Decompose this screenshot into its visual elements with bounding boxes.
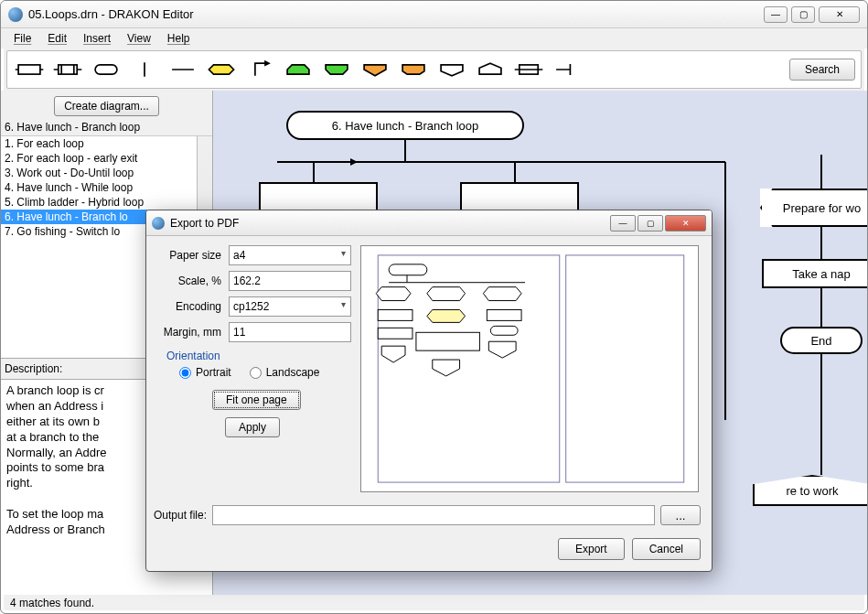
branch-shape [460, 182, 579, 211]
portrait-radio-label: Portrait [196, 366, 231, 379]
svg-rect-39 [378, 328, 413, 339]
cancel-button[interactable]: Cancel [632, 538, 701, 560]
svg-marker-37 [376, 287, 411, 301]
menubar: File Edit Insert View Help [1, 28, 867, 48]
margin-input[interactable] [229, 322, 351, 342]
vertical-icon[interactable] [128, 56, 161, 83]
scale-input[interactable] [229, 271, 351, 291]
fit-one-page-button[interactable]: Fit one page [212, 390, 301, 410]
dialog-maximize-button[interactable]: ▢ [638, 215, 663, 232]
browse-button[interactable]: ... [660, 505, 701, 525]
svg-rect-8 [95, 65, 117, 74]
margin-label: Margin, mm [157, 326, 229, 339]
minimize-button[interactable]: — [764, 6, 788, 23]
branch-icon[interactable] [435, 56, 468, 83]
svg-rect-33 [566, 255, 684, 482]
svg-marker-11 [209, 65, 233, 74]
svg-marker-15 [364, 65, 386, 76]
svg-marker-14 [326, 65, 348, 74]
svg-rect-43 [416, 332, 479, 350]
list-item[interactable]: 5. Climb ladder - Hybrid loop [1, 195, 212, 210]
output-row: Output file: ... [154, 505, 701, 525]
output-label: Output file: [154, 509, 207, 522]
svg-marker-13 [287, 65, 309, 74]
arrow-icon[interactable] [243, 56, 276, 83]
dialog-titlebar: Export to PDF — ▢ ✕ [146, 210, 712, 236]
close-button[interactable]: ✕ [819, 6, 860, 23]
app-icon [8, 7, 23, 22]
dialog-actions: Export Cancel [558, 538, 701, 560]
select-icon[interactable] [397, 56, 430, 83]
export-button[interactable]: Export [558, 538, 625, 560]
title-shape: 6. Have lunch - Branch loop [286, 111, 524, 140]
horizontal-icon[interactable] [166, 56, 199, 83]
create-row: Create diagram... [1, 91, 212, 119]
loop-end-icon[interactable] [320, 56, 353, 83]
menu-view[interactable]: View [120, 30, 158, 47]
encoding-label: Encoding [157, 300, 229, 313]
statusbar: 4 matches found. [6, 595, 862, 611]
loop-begin-icon[interactable] [282, 56, 315, 83]
list-item[interactable]: 2. For each loop - early exit [1, 151, 212, 166]
connector-icon[interactable] [551, 56, 584, 83]
svg-marker-41 [427, 287, 466, 301]
dialog-icon [152, 217, 165, 230]
apply-button[interactable]: Apply [225, 417, 280, 437]
list-item[interactable]: 4. Have lunch - While loop [1, 180, 212, 195]
paper-size-label: Paper size [157, 249, 229, 262]
list-item[interactable]: 1. For each loop [1, 136, 212, 151]
status-text: 4 matches found. [10, 597, 94, 609]
window-controls: — ▢ ✕ [764, 6, 860, 23]
shape-text: Prepare for wo [783, 201, 861, 215]
preview-pane [360, 245, 699, 492]
main-window: 05.Loops.drn - DRAKON Editor — ▢ ✕ File … [0, 0, 868, 614]
export-pdf-dialog: Export to PDF — ▢ ✕ Paper size Scale, % … [145, 210, 713, 572]
scale-label: Scale, % [157, 275, 229, 287]
dialog-title: Export to PDF [170, 217, 608, 230]
dialog-minimize-button[interactable]: — [610, 215, 636, 232]
menu-edit[interactable]: Edit [40, 30, 74, 47]
encoding-select[interactable] [229, 296, 351, 317]
svg-marker-12 [264, 60, 271, 67]
title-text: 6. Have lunch - Branch loop [332, 119, 478, 133]
toolbar: Search [6, 50, 862, 89]
svg-rect-46 [487, 309, 521, 320]
landscape-radio[interactable]: Landscape [250, 366, 320, 379]
insertion-icon[interactable] [51, 56, 84, 83]
svg-rect-38 [378, 309, 413, 320]
shape-text: re to work [786, 484, 838, 498]
landscape-radio-input[interactable] [250, 367, 262, 379]
address-icon[interactable] [474, 56, 507, 83]
question-shape: Prepare for wo [760, 189, 867, 227]
branch-shape [259, 182, 378, 211]
case-icon[interactable] [359, 56, 391, 83]
menu-help[interactable]: Help [160, 30, 198, 47]
shape-text: Take a nap [792, 267, 851, 281]
svg-marker-18 [479, 63, 501, 74]
shelf-icon[interactable] [512, 56, 545, 83]
list-header: 6. Have lunch - Branch loop [1, 119, 212, 136]
output-file-input[interactable] [212, 505, 655, 525]
address-shape: re to work [753, 475, 867, 506]
svg-marker-16 [402, 65, 424, 74]
titlebar: 05.Loops.drn - DRAKON Editor — ▢ ✕ [1, 1, 867, 28]
menu-file[interactable]: File [6, 30, 38, 47]
dialog-close-button[interactable]: ✕ [665, 215, 706, 232]
search-button[interactable]: Search [789, 59, 855, 81]
list-item[interactable]: 3. Work out - Do-Until loop [1, 166, 212, 180]
question-hex-icon[interactable] [205, 56, 238, 83]
svg-rect-0 [18, 65, 40, 74]
shape-text: End [810, 334, 831, 348]
window-title: 05.Loops.drn - DRAKON Editor [28, 7, 764, 21]
svg-marker-42 [427, 309, 466, 322]
rounded-icon[interactable] [90, 56, 123, 83]
description-text: A branch loop is cr when an Address i ei… [6, 383, 107, 536]
portrait-radio[interactable]: Portrait [179, 366, 231, 379]
maximize-button[interactable]: ▢ [791, 6, 815, 23]
create-diagram-button[interactable]: Create diagram... [54, 96, 159, 116]
menu-insert[interactable]: Insert [76, 30, 118, 47]
svg-rect-34 [389, 264, 427, 275]
action-icon[interactable] [13, 56, 46, 83]
paper-size-select[interactable] [229, 245, 351, 265]
portrait-radio-input[interactable] [179, 367, 191, 379]
